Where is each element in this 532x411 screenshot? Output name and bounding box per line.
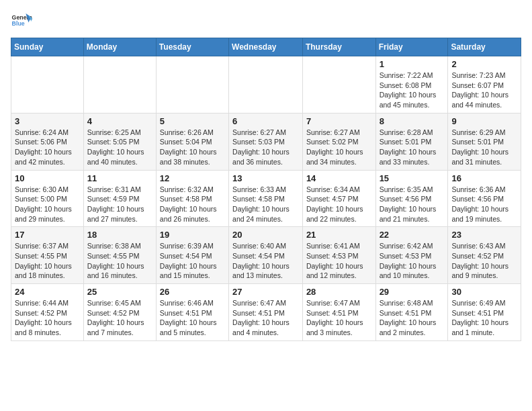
day-number: 20 <box>232 230 299 240</box>
day-info: Sunrise: 6:46 AM Sunset: 4:51 PM Dayligh… <box>160 298 225 338</box>
day-info: Sunrise: 6:49 AM Sunset: 4:51 PM Dayligh… <box>451 298 517 338</box>
calendar-cell: 1Sunrise: 7:22 AM Sunset: 6:08 PM Daylig… <box>375 56 448 113</box>
day-info: Sunrise: 6:25 AM Sunset: 5:05 PM Dayligh… <box>87 128 152 167</box>
day-number: 7 <box>306 116 372 126</box>
calendar-cell: 6Sunrise: 6:27 AM Sunset: 5:03 PM Daylig… <box>229 113 303 170</box>
day-info: Sunrise: 6:37 AM Sunset: 4:55 PM Dayligh… <box>15 241 80 281</box>
calendar-cell: 14Sunrise: 6:34 AM Sunset: 4:57 PM Dayli… <box>302 170 375 227</box>
day-number: 4 <box>87 116 152 126</box>
day-number: 13 <box>232 173 299 183</box>
day-info: Sunrise: 6:43 AM Sunset: 4:52 PM Dayligh… <box>451 241 517 281</box>
day-number: 2 <box>451 59 517 69</box>
day-info: Sunrise: 6:29 AM Sunset: 5:01 PM Dayligh… <box>451 128 517 167</box>
header-saturday: Saturday <box>448 38 521 56</box>
day-info: Sunrise: 7:23 AM Sunset: 6:07 PM Dayligh… <box>451 71 517 110</box>
header-friday: Friday <box>375 38 448 56</box>
day-number: 30 <box>451 287 517 297</box>
day-info: Sunrise: 6:47 AM Sunset: 4:51 PM Dayligh… <box>306 298 372 338</box>
calendar-cell: 9Sunrise: 6:29 AM Sunset: 5:01 PM Daylig… <box>448 113 521 170</box>
calendar-cell: 23Sunrise: 6:43 AM Sunset: 4:52 PM Dayli… <box>448 227 521 284</box>
calendar-header-row: SundayMondayTuesdayWednesdayThursdayFrid… <box>11 38 521 56</box>
calendar-cell: 28Sunrise: 6:47 AM Sunset: 4:51 PM Dayli… <box>302 284 375 341</box>
calendar-cell: 11Sunrise: 6:31 AM Sunset: 4:59 PM Dayli… <box>83 170 156 227</box>
calendar-cell <box>156 56 228 113</box>
day-info: Sunrise: 6:42 AM Sunset: 4:53 PM Dayligh… <box>380 241 445 281</box>
day-info: Sunrise: 6:44 AM Sunset: 4:52 PM Dayligh… <box>15 298 80 338</box>
day-number: 25 <box>87 287 152 297</box>
calendar-cell <box>83 56 156 113</box>
day-number: 9 <box>451 116 517 126</box>
day-number: 16 <box>451 173 517 183</box>
day-number: 6 <box>232 116 299 126</box>
day-info: Sunrise: 6:45 AM Sunset: 4:52 PM Dayligh… <box>87 298 152 338</box>
day-info: Sunrise: 6:32 AM Sunset: 4:58 PM Dayligh… <box>160 185 225 224</box>
day-number: 17 <box>15 230 80 240</box>
calendar-cell: 19Sunrise: 6:39 AM Sunset: 4:54 PM Dayli… <box>156 227 228 284</box>
day-info: Sunrise: 6:28 AM Sunset: 5:01 PM Dayligh… <box>380 128 445 167</box>
day-number: 23 <box>451 230 517 240</box>
calendar-cell <box>302 56 375 113</box>
calendar-cell: 16Sunrise: 6:36 AM Sunset: 4:56 PM Dayli… <box>448 170 521 227</box>
day-info: Sunrise: 7:22 AM Sunset: 6:08 PM Dayligh… <box>380 71 445 110</box>
day-number: 8 <box>380 116 445 126</box>
calendar-cell: 10Sunrise: 6:30 AM Sunset: 5:00 PM Dayli… <box>11 170 84 227</box>
day-number: 19 <box>160 230 225 240</box>
calendar-cell: 2Sunrise: 7:23 AM Sunset: 6:07 PM Daylig… <box>448 56 521 113</box>
calendar-table: SundayMondayTuesdayWednesdayThursdayFrid… <box>11 38 521 341</box>
calendar-cell: 21Sunrise: 6:41 AM Sunset: 4:53 PM Dayli… <box>302 227 375 284</box>
day-info: Sunrise: 6:39 AM Sunset: 4:54 PM Dayligh… <box>160 241 225 281</box>
calendar-cell: 15Sunrise: 6:35 AM Sunset: 4:56 PM Dayli… <box>375 170 448 227</box>
day-number: 5 <box>160 116 225 126</box>
day-info: Sunrise: 6:26 AM Sunset: 5:04 PM Dayligh… <box>160 128 225 167</box>
day-number: 22 <box>380 230 445 240</box>
day-info: Sunrise: 6:38 AM Sunset: 4:55 PM Dayligh… <box>87 241 152 281</box>
calendar-cell: 5Sunrise: 6:26 AM Sunset: 5:04 PM Daylig… <box>156 113 228 170</box>
day-info: Sunrise: 6:27 AM Sunset: 5:03 PM Dayligh… <box>232 128 299 167</box>
week-row-3: 10Sunrise: 6:30 AM Sunset: 5:00 PM Dayli… <box>11 170 521 227</box>
day-info: Sunrise: 6:40 AM Sunset: 4:54 PM Dayligh… <box>232 241 299 281</box>
header: General Blue <box>11 11 521 32</box>
logo: General Blue <box>11 11 32 32</box>
day-number: 26 <box>160 287 225 297</box>
header-thursday: Thursday <box>302 38 375 56</box>
calendar-cell: 4Sunrise: 6:25 AM Sunset: 5:05 PM Daylig… <box>83 113 156 170</box>
day-info: Sunrise: 6:30 AM Sunset: 5:00 PM Dayligh… <box>15 185 80 224</box>
calendar-cell: 24Sunrise: 6:44 AM Sunset: 4:52 PM Dayli… <box>11 284 84 341</box>
day-number: 28 <box>306 287 372 297</box>
day-info: Sunrise: 6:41 AM Sunset: 4:53 PM Dayligh… <box>306 241 372 281</box>
day-info: Sunrise: 6:35 AM Sunset: 4:56 PM Dayligh… <box>380 185 445 224</box>
header-tuesday: Tuesday <box>156 38 228 56</box>
logo-icon: General Blue <box>11 11 32 32</box>
header-sunday: Sunday <box>11 38 84 56</box>
day-number: 1 <box>380 59 445 69</box>
calendar-cell: 12Sunrise: 6:32 AM Sunset: 4:58 PM Dayli… <box>156 170 228 227</box>
calendar-cell: 29Sunrise: 6:48 AM Sunset: 4:51 PM Dayli… <box>375 284 448 341</box>
day-info: Sunrise: 6:24 AM Sunset: 5:06 PM Dayligh… <box>15 128 80 167</box>
calendar-cell <box>11 56 84 113</box>
calendar-cell: 13Sunrise: 6:33 AM Sunset: 4:58 PM Dayli… <box>229 170 303 227</box>
calendar-cell: 8Sunrise: 6:28 AM Sunset: 5:01 PM Daylig… <box>375 113 448 170</box>
week-row-1: 1Sunrise: 7:22 AM Sunset: 6:08 PM Daylig… <box>11 56 521 113</box>
day-info: Sunrise: 6:36 AM Sunset: 4:56 PM Dayligh… <box>451 185 517 224</box>
day-number: 27 <box>232 287 299 297</box>
header-monday: Monday <box>83 38 156 56</box>
calendar-cell: 17Sunrise: 6:37 AM Sunset: 4:55 PM Dayli… <box>11 227 84 284</box>
day-number: 11 <box>87 173 152 183</box>
calendar-cell: 3Sunrise: 6:24 AM Sunset: 5:06 PM Daylig… <box>11 113 84 170</box>
day-info: Sunrise: 6:33 AM Sunset: 4:58 PM Dayligh… <box>232 185 299 224</box>
week-row-4: 17Sunrise: 6:37 AM Sunset: 4:55 PM Dayli… <box>11 227 521 284</box>
calendar-cell: 30Sunrise: 6:49 AM Sunset: 4:51 PM Dayli… <box>448 284 521 341</box>
day-number: 21 <box>306 230 372 240</box>
day-number: 10 <box>15 173 80 183</box>
calendar-cell: 27Sunrise: 6:47 AM Sunset: 4:51 PM Dayli… <box>229 284 303 341</box>
calendar-cell: 18Sunrise: 6:38 AM Sunset: 4:55 PM Dayli… <box>83 227 156 284</box>
day-info: Sunrise: 6:48 AM Sunset: 4:51 PM Dayligh… <box>380 298 445 338</box>
day-number: 29 <box>380 287 445 297</box>
calendar-cell: 22Sunrise: 6:42 AM Sunset: 4:53 PM Dayli… <box>375 227 448 284</box>
day-number: 15 <box>380 173 445 183</box>
calendar-cell: 20Sunrise: 6:40 AM Sunset: 4:54 PM Dayli… <box>229 227 303 284</box>
day-info: Sunrise: 6:47 AM Sunset: 4:51 PM Dayligh… <box>232 298 299 338</box>
day-number: 12 <box>160 173 225 183</box>
week-row-2: 3Sunrise: 6:24 AM Sunset: 5:06 PM Daylig… <box>11 113 521 170</box>
week-row-5: 24Sunrise: 6:44 AM Sunset: 4:52 PM Dayli… <box>11 284 521 341</box>
